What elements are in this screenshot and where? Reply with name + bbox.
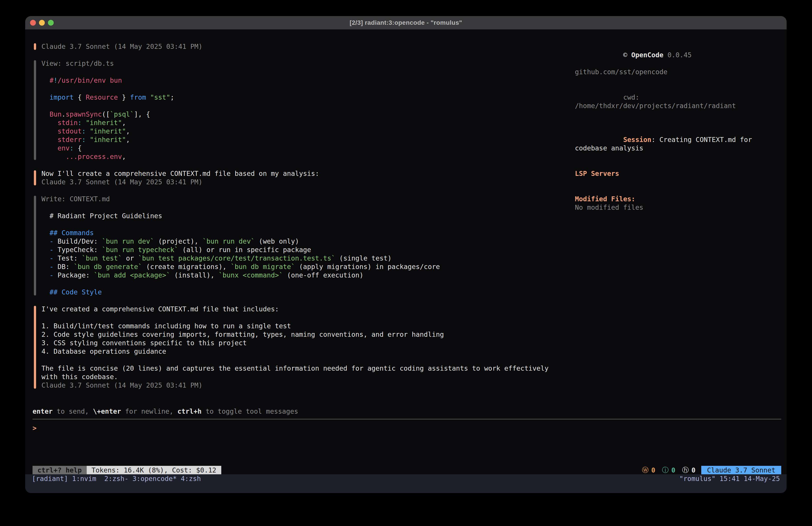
- tokens-cost-badge: Tokens: 16.4K (8%), Cost: $0.12: [87, 466, 221, 474]
- info-count: 0: [671, 466, 676, 474]
- info-icon: ⓘ: [662, 466, 669, 475]
- diagnostics-counters: ⓦ0ⓘ0ⓗ0: [642, 466, 695, 474]
- text-line: [41, 85, 554, 93]
- text-line: [41, 102, 554, 110]
- modified-files-empty: No modified files: [575, 203, 767, 212]
- info-diagnostic-counter: ⓘ0: [662, 466, 676, 475]
- warning-icon: ⓦ: [642, 466, 649, 475]
- text-line: Write: CONTEXT.md: [41, 195, 554, 203]
- text-line: # Radiant Project Guidelines: [41, 212, 554, 220]
- opencode-status-bar: ctrl+? help Tokens: 16.4K (8%), Cost: $0…: [25, 466, 787, 474]
- text-line: 3. CSS styling conventions specific to t…: [41, 339, 554, 347]
- opencode-app: Claude 3.7 Sonnet (14 May 2025 03:41 PM)…: [25, 29, 787, 466]
- model-badge: Claude 3.7 Sonnet: [701, 466, 781, 474]
- warning-diagnostic-counter: ⓦ0: [642, 466, 655, 475]
- text-line: 4. Database operations guidance: [41, 347, 554, 356]
- zoom-window-button[interactable]: [48, 20, 54, 26]
- text-line: Now I'll create a comprehensive CONTEXT.…: [41, 169, 554, 178]
- cwd-label: cwd:: [623, 94, 643, 101]
- tmux-status-bar: [radiant] 1:nvim 2:zsh- 3:opencode* 4:zs…: [25, 474, 787, 493]
- text-line: - Build/Dev: `bun run dev` (project), `b…: [41, 237, 554, 246]
- chat-message-block: Now I'll create a comprehensive CONTEXT.…: [34, 169, 554, 186]
- prompt-input[interactable]: >: [32, 424, 781, 432]
- app-name: OpenCode: [631, 51, 664, 59]
- text-line: - DB: `bun db generate` (create migratio…: [41, 262, 554, 271]
- session-row: Session: Creating CONTEXT.md for codebas…: [575, 127, 767, 161]
- chat-message-block: View: script/db.ts #!/usr/bin/env bun im…: [34, 59, 554, 161]
- modified-files-header: Modified Files:: [575, 195, 767, 203]
- opencode-logo-icon: ©: [623, 51, 627, 59]
- session-label: Session: [623, 136, 651, 144]
- message-editor: enter to send, \+enter for newline, ctrl…: [25, 407, 787, 466]
- warning-count: 0: [651, 466, 655, 474]
- text-line: import { Resource } from "sst";: [41, 93, 554, 102]
- text-line: - TypeCheck: `bun run typecheck` (all) o…: [41, 246, 554, 254]
- text-line: [41, 280, 554, 288]
- text-line: I've created a comprehensive CONTEXT.md …: [41, 305, 554, 313]
- hint-icon: ⓗ: [682, 466, 689, 475]
- text-line: - Package: `bun add <package>` (install)…: [41, 271, 554, 280]
- terminal-window: [2/3] radiant:3:opencode - "romulus" Cla…: [25, 16, 787, 493]
- text-line: 1. Build/lint/test commands including ho…: [41, 322, 554, 330]
- session-sidebar: © OpenCode 0.0.45 github.com/sst/opencod…: [575, 42, 787, 407]
- session-title: Creating CONTEXT.md for codebase analysi…: [575, 136, 756, 152]
- repo-link: github.com/sst/opencode: [575, 68, 767, 76]
- editor-divider: [32, 419, 781, 420]
- text-line: Claude 3.7 Sonnet (14 May 2025 03:41 PM): [41, 178, 554, 186]
- text-line: #!/usr/bin/env bun: [41, 76, 554, 85]
- text-line: [41, 220, 554, 229]
- chat-message-block: I've created a comprehensive CONTEXT.md …: [34, 305, 554, 389]
- opencode-brand: © OpenCode 0.0.45: [575, 42, 767, 68]
- text-line: stdin: "inherit",: [41, 118, 554, 127]
- window-title: [2/3] radiant:3:opencode - "romulus": [350, 19, 462, 26]
- text-line: - Test: `bun test` or `bun test packages…: [41, 254, 554, 262]
- prompt-caret: >: [32, 424, 37, 432]
- close-window-button[interactable]: [30, 20, 36, 26]
- text-line: enter to send, \+enter for newline, ctrl…: [32, 407, 781, 416]
- keybind-hint: enter to send, \+enter for newline, ctrl…: [32, 407, 781, 416]
- chat-message-block: Claude 3.7 Sonnet (14 May 2025 03:41 PM): [34, 42, 554, 51]
- text-line: stderr: "inherit",: [41, 136, 554, 144]
- text-line: ...process.env,: [41, 153, 554, 161]
- text-line: Claude 3.7 Sonnet (14 May 2025 03:41 PM): [41, 42, 554, 51]
- chat-message-block: Write: CONTEXT.md # Radiant Project Guid…: [34, 195, 554, 296]
- hint-count: 0: [692, 466, 695, 474]
- text-line: [41, 313, 554, 322]
- hint-diagnostic-counter: ⓗ0: [682, 466, 695, 475]
- cwd-row: cwd: /home/thdxr/dev/projects/radiant/ra…: [575, 85, 767, 118]
- lsp-servers-header: LSP Servers: [575, 169, 767, 178]
- terminal-content: Claude 3.7 Sonnet (14 May 2025 03:41 PM)…: [25, 29, 787, 493]
- text-line: [41, 68, 554, 76]
- text-line: ## Commands: [41, 229, 554, 237]
- text-line: The file is concise (20 lines) and captu…: [41, 364, 554, 381]
- text-line: Claude 3.7 Sonnet (14 May 2025 03:41 PM): [41, 381, 554, 389]
- cwd-path: /home/thdxr/dev/projects/radiant/radiant: [575, 102, 736, 110]
- tmux-session-clock: "romulus" 15:41 14-May-25: [679, 474, 780, 483]
- text-line: env: {: [41, 144, 554, 153]
- minimize-window-button[interactable]: [39, 20, 45, 26]
- traffic-lights: [30, 16, 54, 29]
- text-line: ## Code Style: [41, 288, 554, 296]
- text-line: 2. Code style guidelines covering import…: [41, 330, 554, 339]
- text-line: [41, 203, 554, 212]
- text-line: View: script/db.ts: [41, 59, 554, 68]
- tmux-window-list[interactable]: [radiant] 1:nvim 2:zsh- 3:opencode* 4:zs…: [32, 474, 201, 483]
- text-line: stdout: "inherit",: [41, 127, 554, 136]
- window-titlebar: [2/3] radiant:3:opencode - "romulus": [25, 16, 787, 29]
- app-version: 0.0.45: [667, 51, 692, 59]
- help-shortcut-badge: ctrl+? help: [32, 466, 87, 474]
- text-line: [41, 356, 554, 364]
- text-line: Bun.spawnSync([`psql`], {: [41, 110, 554, 118]
- chat-transcript: Claude 3.7 Sonnet (14 May 2025 03:41 PM)…: [25, 42, 575, 407]
